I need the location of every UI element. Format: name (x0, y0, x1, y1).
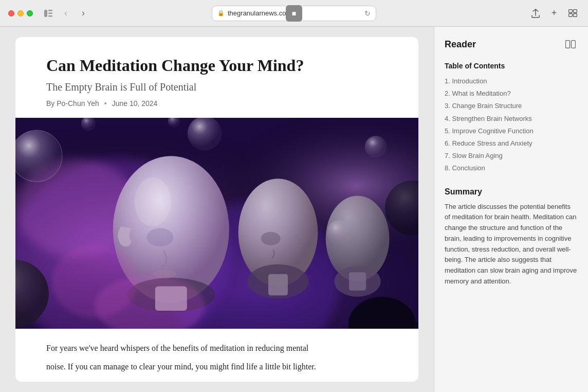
svg-rect-44 (572, 41, 576, 48)
browser-chrome: ‹ › 🔒 thegranularnews.com ↻ ■ + (0, 0, 588, 27)
toc-item-5[interactable]: 5. Improve Cognitive Function (445, 125, 578, 137)
svg-rect-17 (349, 273, 366, 291)
toc-label-6: Reduce Stress and Anxiety (452, 139, 532, 147)
toc-item-2[interactable]: 2. What is Meditation? (445, 87, 578, 100)
article-body-line2: noise. If you can manage to clear your m… (46, 360, 388, 373)
toc-number-2: 2. (445, 90, 452, 97)
lock-icon: 🔒 (217, 10, 225, 16)
svg-point-37 (365, 136, 387, 158)
svg-rect-2 (48, 12, 52, 14)
svg-rect-4 (568, 10, 572, 13)
toc-header: Table of Contents (445, 62, 578, 70)
toc-label-7: Slow Brain Aging (452, 152, 502, 159)
svg-point-21 (261, 232, 281, 245)
article-title: Can Meditation Change Your Mind? (46, 56, 388, 75)
reader-header: Reader (445, 37, 578, 51)
toc-item-7[interactable]: 7. Slow Brain Aging (445, 150, 578, 162)
article-subtitle: The Empty Brain is Full of Potential (46, 81, 388, 93)
toc-number-3: 3. (445, 102, 452, 110)
byline-separator: • (104, 99, 107, 108)
toc-number-7: 7. (445, 152, 452, 159)
toc-number-5: 5. (445, 127, 452, 135)
toc-item-8[interactable]: 8. Conclusion (445, 162, 578, 174)
svg-rect-7 (573, 14, 577, 17)
article-area: Can Meditation Change Your Mind? The Emp… (0, 27, 434, 392)
article-body: For years we've heard whispers of the be… (15, 329, 418, 373)
forward-button[interactable]: › (76, 6, 90, 21)
toc-number-6: 6. (445, 139, 452, 147)
article-body-line1: For years we've heard whispers of the be… (46, 341, 388, 355)
content-area: Can Meditation Change Your Mind? The Emp… (0, 27, 588, 392)
toc-number-8: 8. (445, 164, 452, 172)
reload-button[interactable]: ↻ (364, 9, 371, 17)
toc-item-1[interactable]: 1. Introduction (445, 75, 578, 87)
toc-label-2: What is Meditation? (452, 90, 510, 97)
svg-point-42 (52, 245, 138, 318)
toc-item-3[interactable]: 3. Change Brain Structure (445, 100, 578, 112)
article-date: June 10, 2024 (112, 99, 158, 108)
summary-text: The article discusses the potential bene… (445, 202, 578, 287)
sidebar-toggle-button[interactable] (41, 6, 56, 21)
toolbar-left: ‹ › (41, 6, 90, 21)
toc-label-8: Conclusion (452, 164, 485, 172)
svg-rect-6 (568, 14, 572, 17)
traffic-lights (8, 10, 33, 16)
svg-rect-5 (573, 10, 577, 13)
url-text: thegranularnews.com (228, 9, 291, 17)
svg-point-40 (327, 220, 352, 245)
minimize-button[interactable] (17, 10, 24, 16)
toc-number-4: 4. (445, 115, 452, 122)
favicon: ■ (292, 9, 296, 17)
toolbar-right: + (528, 6, 580, 21)
toc-label-4: Strengthen Brain Networks (452, 115, 531, 122)
reader-sidebar: Reader Table of Contents 1. Introduction… (434, 27, 588, 392)
toc-label-5: Improve Cognitive Function (452, 127, 533, 135)
article-author: By Po-Chun Yeh (46, 99, 99, 108)
article-card: Can Meditation Change Your Mind? The Emp… (15, 37, 418, 382)
svg-rect-20 (268, 274, 288, 296)
svg-point-27 (134, 177, 171, 226)
back-button[interactable]: ‹ (59, 6, 73, 21)
tab-overview-button[interactable] (565, 6, 580, 21)
svg-rect-0 (44, 10, 47, 17)
svg-rect-43 (566, 41, 570, 48)
toc-label-1: Introduction (452, 77, 487, 85)
toc-item-6[interactable]: 6. Reduce Stress and Anxiety (445, 137, 578, 150)
share-button[interactable] (528, 6, 543, 21)
svg-rect-1 (48, 10, 52, 11)
article-byline: By Po-Chun Yeh • June 10, 2024 (46, 99, 388, 108)
toc-number-1: 1. (445, 77, 452, 85)
article-image (15, 118, 418, 329)
article-inner: Can Meditation Change Your Mind? The Emp… (15, 37, 418, 118)
svg-point-25 (146, 228, 173, 247)
toc-list: 1. Introduction 2. What is Meditation? 3… (445, 75, 578, 175)
new-tab-button[interactable]: + (547, 6, 561, 21)
toc-label-3: Change Brain Structure (452, 102, 522, 110)
maximize-button[interactable] (27, 10, 33, 16)
reader-title: Reader (445, 39, 476, 50)
reader-layout-button[interactable] (563, 37, 578, 51)
close-button[interactable] (8, 10, 14, 16)
svg-rect-3 (48, 15, 52, 17)
toc-item-4[interactable]: 4. Strengthen Brain Networks (445, 113, 578, 125)
summary-header: Summary (445, 187, 578, 197)
